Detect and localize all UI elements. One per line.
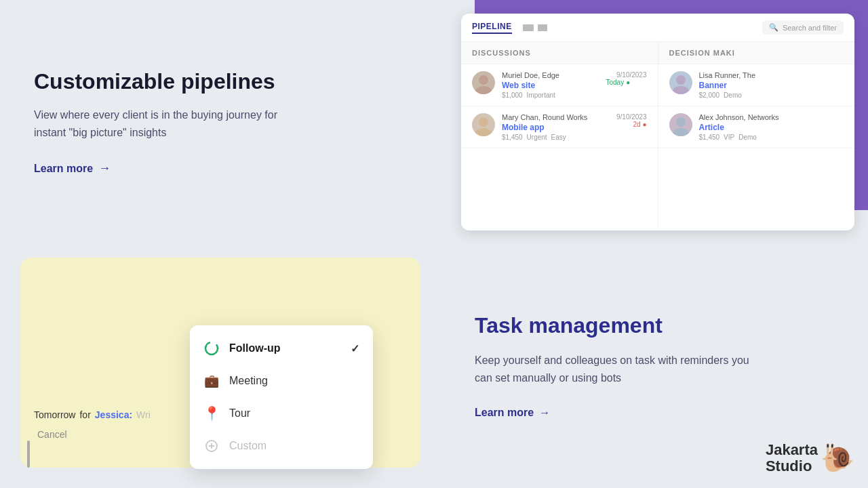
svg-point-1 [475,86,492,94]
pipeline-search[interactable]: 🔍 Search and filter [762,20,844,35]
pipeline-col-decision: DECISION MAKI Lisa Runner, The Banner $2… [658,42,855,229]
jakarta-text: Jakarta Studio [766,442,818,474]
deal-tag-3: Demo [724,92,742,99]
deal-info-4: Alex Johnson, Networks Article $1,450 VI… [699,113,844,141]
svg-point-8 [205,342,218,354]
avatar-muriel [472,71,495,94]
task-input-row: Tomorrow for Jessica: Wri [34,409,151,420]
deal-amount-4: $1,450 [699,134,720,141]
deal-card-4: Alex Johnson, Networks Article $1,450 VI… [658,106,855,148]
for-label: for [79,409,90,420]
top-section: Customizable pipelines View where every … [0,0,868,244]
snail-icon: 🐌 [821,442,854,474]
deal-name-2: Mary Chan, Round Works [502,113,599,121]
svg-point-4 [676,75,686,85]
deal-info-2: Mary Chan, Round Works Mobile app $1,450… [502,113,599,141]
custom-icon [203,438,220,454]
deal-status-1: Today ● [606,79,647,86]
followup-check: ✓ [351,342,359,355]
search-placeholder: Search and filter [783,24,837,32]
meeting-label: Meeting [229,375,359,387]
svg-point-3 [475,128,492,136]
deal-info-1: Muriel Doe, Edge Web site $1,000 Importa… [502,71,599,99]
pipeline-columns: DISCUSSIONS Muriel Doe, Edge Web site $1… [461,42,854,229]
tomorrow-label: Tomorrow [34,409,75,420]
dropdown-item-tour[interactable]: 📍 Tour [190,397,373,430]
deal-tag-4b: Demo [738,134,757,141]
deal-card-3: Lisa Runner, The Banner $2,000 Demo [658,64,855,106]
decision-header: DECISION MAKI [658,42,855,64]
cancel-button[interactable]: Cancel [37,429,67,440]
discussions-header: DISCUSSIONS [461,42,658,64]
right-task-content: Task management Keep yourself and collea… [434,244,868,488]
tour-icon: 📍 [203,405,220,422]
svg-point-0 [479,75,488,85]
pipeline-learn-more[interactable]: Learn more → [34,161,111,176]
deal-date-2: 9/10/2023 [606,113,647,121]
task-arrow-icon: → [539,407,550,419]
deal-tag-4a: VIP [724,134,734,141]
dropdown-item-meeting[interactable]: 💼 Meeting [190,365,373,397]
deal-link-2: Mobile app [502,123,599,132]
pipeline-col-discussions: DISCUSSIONS Muriel Doe, Edge Web site $1… [461,42,658,229]
followup-label: Follow-up [229,342,341,354]
deal-name-4: Alex Johnson, Networks [699,113,844,121]
deal-meta-1: $1,000 Important [502,92,599,99]
avatar-mary [472,113,495,136]
pipeline-title: Customizable pipelines [34,68,400,94]
pipeline-view-icons [523,24,547,31]
task-management-subtitle: Keep yourself and colleagues on task wit… [475,352,760,386]
write-placeholder: Wri [136,409,151,420]
jakarta-studio-logo: Jakarta Studio 🐌 [766,442,854,474]
task-learn-more-label: Learn more [475,407,534,419]
avatar-lisa [669,71,692,94]
pipeline-panel: PIPELINE 🔍 Search and filter DISCUSSIONS [434,0,868,244]
svg-point-5 [673,86,689,94]
dropdown-item-followup[interactable]: Follow-up ✓ [190,332,373,365]
followup-icon [203,340,220,357]
deal-amount-3: $2,000 [699,92,720,99]
task-learn-more[interactable]: Learn more → [475,407,550,419]
deal-date-col-1: 9/10/2023 Today ● [606,71,647,86]
deal-link-1: Web site [502,81,599,90]
deal-amount-1: $1,000 [502,92,523,99]
deal-tag-2b: Easy [551,134,566,141]
pipeline-subtitle: View where every client is in the buying… [34,106,305,141]
left-pipeline-content: Customizable pipelines View where every … [0,0,434,244]
deal-name-1: Muriel Doe, Edge [502,71,599,79]
deal-meta-2: $1,450 Urgent Easy [502,134,599,141]
deal-info-3: Lisa Runner, The Banner $2,000 Demo [699,71,844,99]
search-icon: 🔍 [769,23,778,32]
jessica-link[interactable]: Jessica: [95,409,132,420]
svg-point-7 [673,128,689,136]
pipeline-tab-label[interactable]: PIPELINE [472,22,512,34]
view-icon-list [538,24,547,31]
avatar-alex [669,113,692,136]
deal-card-1: Muriel Doe, Edge Web site $1,000 Importa… [461,64,658,106]
deal-meta-4: $1,450 VIP Demo [699,134,844,141]
deal-date-1: 9/10/2023 [606,71,647,79]
bottom-section: Tomorrow for Jessica: Wri Cancel Follow-… [0,244,868,488]
deal-name-3: Lisa Runner, The [699,71,844,79]
meeting-icon: 💼 [203,373,220,389]
deal-amount-2: $1,450 [502,134,523,141]
tour-label: Tour [229,407,359,420]
svg-point-6 [676,117,686,127]
deal-link-3: Banner [699,81,844,90]
deal-tag-1: Important [527,92,555,99]
left-task-section: Tomorrow for Jessica: Wri Cancel Follow-… [0,244,434,488]
deal-card-2: Mary Chan, Round Works Mobile app $1,450… [461,106,658,148]
custom-label: Custom [229,440,359,452]
deal-tag-2a: Urgent [527,134,547,141]
deal-date-col-2: 9/10/2023 2d ● [606,113,647,128]
deal-meta-3: $2,000 Demo [699,92,844,99]
pipeline-header: PIPELINE 🔍 Search and filter [461,14,854,42]
pipeline-card: PIPELINE 🔍 Search and filter DISCUSSIONS [461,14,854,230]
learn-more-label: Learn more [34,163,93,175]
cancel-area: Cancel [37,428,67,441]
dropdown-item-custom: Custom [190,430,373,462]
task-management-title: Task management [475,313,827,338]
view-icon-bar [523,24,534,31]
task-type-dropdown: Follow-up ✓ 💼 Meeting 📍 Tour [190,325,373,469]
deal-link-4: Article [699,123,844,132]
